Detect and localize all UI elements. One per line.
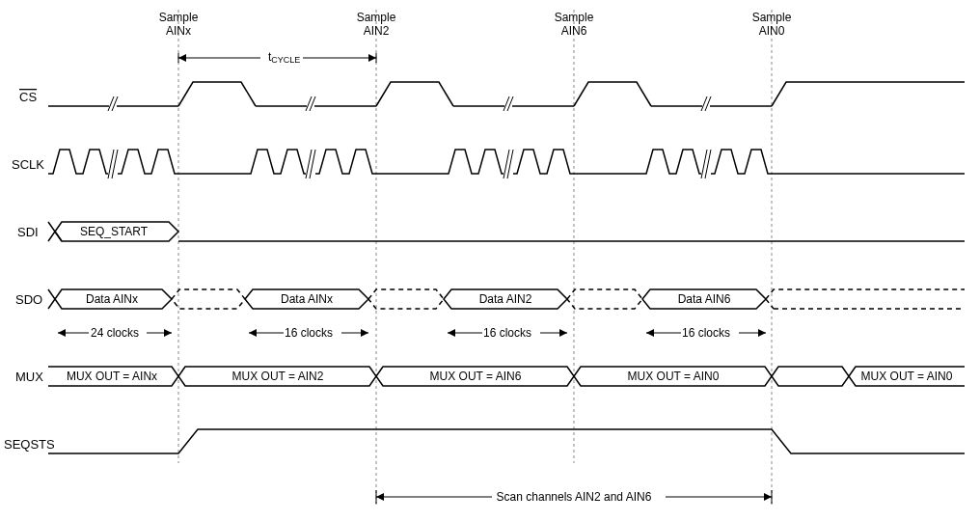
- svg-text:AIN2: AIN2: [364, 24, 390, 38]
- sdi-row: SDI SEQ_START: [17, 222, 965, 241]
- svg-marker-34: [448, 329, 455, 337]
- svg-text:MUX OUT = AIN0: MUX OUT = AIN0: [861, 370, 953, 383]
- svg-marker-51: [376, 493, 384, 501]
- svg-marker-39: [646, 329, 654, 337]
- svg-text:Data AINx: Data AINx: [281, 292, 333, 306]
- svg-text:Sample: Sample: [159, 11, 199, 24]
- cs-row: CS: [19, 82, 965, 111]
- svg-marker-52: [764, 493, 772, 501]
- svg-text:MUX OUT = AINx: MUX OUT = AINx: [67, 370, 157, 383]
- scan-span: Scan channels AIN2 and AIN6: [376, 488, 772, 504]
- svg-text:16 clocks: 16 clocks: [285, 326, 333, 340]
- svg-marker-25: [164, 329, 172, 337]
- mux-label: MUX: [15, 370, 43, 384]
- svg-text:MUX OUT = AIN0: MUX OUT = AIN0: [628, 370, 720, 383]
- seqsts-row: SEQSTS: [4, 429, 965, 453]
- seqsts-label: SEQSTS: [4, 437, 55, 452]
- cs-label: CS: [19, 90, 37, 104]
- svg-text:Sample: Sample: [752, 11, 792, 24]
- svg-text:AIN0: AIN0: [759, 24, 785, 38]
- svg-text:MUX OUT = AIN2: MUX OUT = AIN2: [232, 370, 324, 383]
- sample-marker-2: Sample AIN6: [555, 11, 594, 38]
- scan-span-label: Scan channels AIN2 and AIN6: [497, 490, 652, 504]
- sdo-clock-counts: 24 clocks 16 clocks 16 clocks 16 clocks: [58, 324, 766, 340]
- timing-diagram: Sample AINx Sample AIN2 Sample AIN6 Samp…: [0, 0, 980, 521]
- sdi-label: SDI: [17, 225, 39, 239]
- svg-text:AINx: AINx: [166, 24, 191, 38]
- sclk-row: SCLK: [12, 150, 965, 178]
- svg-marker-40: [758, 329, 766, 337]
- mux-row: MUX MUX OUT = AINx MUX OUT = AIN2 MUX OU…: [15, 367, 965, 386]
- svg-text:MUX OUT = AIN6: MUX OUT = AIN6: [430, 370, 522, 383]
- svg-marker-30: [361, 329, 368, 337]
- svg-marker-29: [249, 329, 257, 337]
- svg-text:AIN6: AIN6: [561, 24, 587, 38]
- svg-text:Data AIN2: Data AIN2: [479, 292, 532, 306]
- svg-text:16 clocks: 16 clocks: [483, 326, 531, 340]
- svg-text:Data AIN6: Data AIN6: [678, 292, 731, 306]
- svg-text:Sample: Sample: [357, 11, 396, 24]
- sample-marker-3: Sample AIN0: [752, 11, 792, 38]
- svg-marker-15: [178, 54, 186, 62]
- svg-marker-35: [559, 329, 567, 337]
- sample-marker-1: Sample AIN2: [357, 11, 396, 38]
- sdi-frame-label: SEQ_START: [80, 225, 149, 238]
- sample-marker-0: Sample AINx: [159, 11, 199, 38]
- svg-text:Data AINx: Data AINx: [86, 292, 138, 306]
- svg-text:16 clocks: 16 clocks: [682, 326, 730, 340]
- sdo-row: SDO Data AINx Data AINx Data AIN2 Data A…: [15, 289, 965, 309]
- svg-text:24 clocks: 24 clocks: [91, 326, 139, 340]
- svg-marker-16: [368, 54, 376, 62]
- svg-text:Sample: Sample: [555, 11, 594, 24]
- sdo-label: SDO: [15, 292, 42, 307]
- sclk-label: SCLK: [12, 157, 44, 172]
- svg-marker-24: [58, 329, 66, 337]
- tcycle-dimension: tCYCLE: [178, 48, 376, 66]
